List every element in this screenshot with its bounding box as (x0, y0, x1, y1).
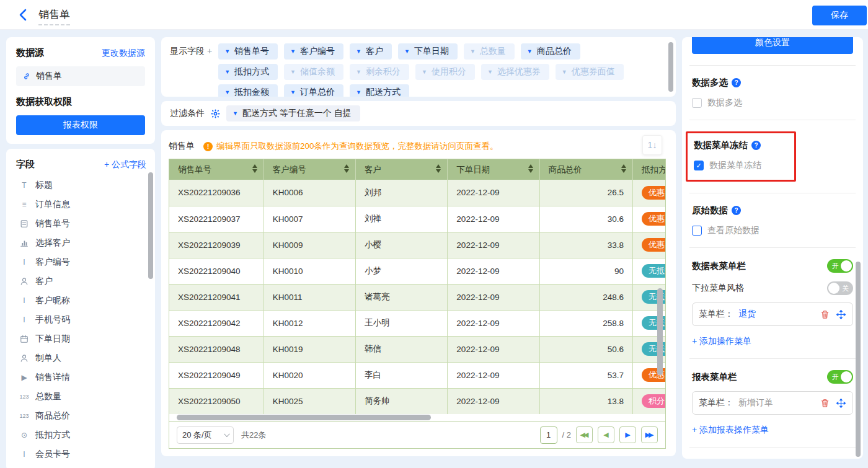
display-field-chip[interactable]: ▼优惠券面值 (556, 64, 624, 80)
page-size-select[interactable]: 20 条/页 (177, 426, 234, 444)
add-formula-field-link[interactable]: + 公式字段 (104, 159, 146, 170)
table-row[interactable]: XS20221209048KH0019韩信2022-12-0950.6无抵扣 (169, 336, 665, 362)
select-customer-icon (19, 239, 30, 247)
sort-arrows-icon[interactable] (252, 164, 257, 173)
column-header[interactable]: 商品总价 (539, 159, 632, 180)
field-item[interactable]: I客户昵称 (16, 291, 146, 310)
table-row[interactable]: XS20221209036KH0006刘邦2022-12-0926.5优惠券 (169, 180, 665, 206)
move-icon[interactable] (835, 309, 846, 320)
settings-scrollbar[interactable] (856, 262, 861, 457)
table-row[interactable]: XS20221209049KH0020李白2022-12-0953.7优惠券 (169, 362, 665, 388)
checkbox-unchecked[interactable] (692, 226, 702, 236)
checkbox-checked[interactable]: ✓ (694, 161, 704, 170)
change-datasource-link[interactable]: 更改数据源 (102, 48, 145, 59)
pager-first-button[interactable]: ◀◀ (576, 426, 593, 443)
field-item[interactable]: 销售单号 (16, 214, 146, 233)
save-button[interactable]: 保存 (812, 6, 867, 25)
display-field-chip[interactable]: ▼抵扣方式 (218, 64, 278, 80)
field-item[interactable]: I会员卡号 (16, 444, 146, 464)
table-row[interactable]: XS20221209040KH0010小梦2022-12-0990无抵扣 (169, 258, 665, 284)
field-item[interactable]: T标题 (16, 175, 146, 195)
display-field-chip[interactable]: ▼配送方式 (350, 84, 409, 97)
add-report-action-menu-link[interactable]: + 添加报表操作菜单 (692, 425, 769, 436)
datasource-item[interactable]: 销售单 (16, 66, 145, 86)
column-header[interactable]: 下单日期 (448, 159, 539, 180)
field-item[interactable]: 下单日期 (16, 329, 146, 348)
sort-arrows-icon[interactable] (344, 164, 349, 173)
column-header[interactable]: 客户 (356, 159, 448, 180)
order-info-icon: ≡ (19, 200, 30, 209)
delete-icon[interactable] (819, 397, 830, 408)
field-item[interactable]: ⊙抵扣方式 (16, 425, 146, 444)
display-field-chip[interactable]: ▼总数量 (464, 43, 515, 60)
column-header[interactable]: 抵扣方式 (632, 159, 665, 180)
column-header[interactable]: 客户编号 (264, 159, 355, 180)
field-item[interactable]: 制单人 (16, 348, 146, 368)
page-title[interactable]: 销售单 (38, 7, 70, 25)
field-item[interactable]: 123商品总价 (16, 406, 146, 425)
display-field-chip[interactable]: ▼抵扣金额 (218, 84, 278, 97)
filter-condition-chip[interactable]: ▼ 配送方式 等于任意一个 自提 (226, 105, 360, 121)
help-icon[interactable]: ? (732, 78, 741, 87)
move-icon[interactable] (835, 397, 846, 408)
pager-last-button[interactable]: ▶▶ (641, 426, 658, 443)
permission-heading: 数据获取权限 (16, 96, 145, 108)
pager-next-button[interactable]: ▶ (619, 426, 636, 443)
report-menu-toggle[interactable]: 开 (827, 370, 853, 384)
menu-item-value[interactable]: 退货 (738, 309, 756, 320)
display-field-chip[interactable]: ▼剩余积分 (350, 64, 409, 80)
delete-icon[interactable] (819, 309, 830, 320)
sort-order-button[interactable]: 1↓ (642, 135, 662, 155)
field-item[interactable]: ▶销售详情 (16, 368, 146, 387)
table-row[interactable]: XS20221209041KH0011诸葛亮2022-12-09248.6无抵扣 (169, 284, 665, 310)
table-row[interactable]: XS20221209042KH0012王小明2022-12-09258.8无抵扣 (169, 310, 665, 336)
display-field-chip[interactable]: ▼选择优惠券 (481, 64, 549, 80)
table-horizontal-scrollbar[interactable] (177, 415, 431, 420)
dropdown-style-toggle[interactable]: 关 (827, 281, 853, 295)
table-row[interactable]: XS20221209037KH0007刘禅2022-12-0930.6优惠券 (169, 206, 665, 232)
fields-scrollbar[interactable] (148, 172, 153, 279)
table-cell: 刘禅 (356, 206, 448, 232)
display-field-chip[interactable]: ▼客户 (350, 43, 392, 60)
menu-freeze-checkbox-row[interactable]: ✓ 数据菜单冻结 (694, 160, 786, 171)
display-field-chip[interactable]: ▼储值余额 (284, 64, 343, 80)
sort-arrows-icon[interactable] (528, 164, 533, 173)
display-field-chip[interactable]: ▼销售单号 (218, 43, 278, 60)
chevron-down-icon: ▼ (470, 48, 476, 55)
field-item[interactable]: I客户编号 (16, 252, 146, 272)
page-number-input[interactable] (540, 426, 557, 444)
table-vertical-scrollbar[interactable] (657, 288, 663, 375)
field-item[interactable]: ≡订单信息 (16, 195, 146, 214)
table-row[interactable]: XS20221209039KH0009小樱2022-12-0933.8优惠券 (169, 232, 665, 258)
display-field-chip[interactable]: ▼订单总价 (284, 84, 343, 97)
field-item[interactable]: I手机号码 (16, 310, 146, 329)
pager-prev-button[interactable]: ◀ (598, 426, 614, 443)
help-icon[interactable]: ? (751, 141, 761, 150)
add-display-field-button[interactable]: + (207, 46, 212, 56)
field-item[interactable]: 客户 (16, 272, 146, 291)
add-action-menu-link[interactable]: + 添加操作菜单 (692, 336, 751, 347)
multi-select-checkbox-row[interactable]: 数据多选 (692, 97, 853, 108)
gear-icon[interactable] (211, 109, 220, 118)
table-cell: 13.8 (539, 388, 632, 414)
column-header[interactable]: 销售单号 (169, 159, 264, 180)
menu-item-value[interactable]: 新增订单 (738, 397, 773, 408)
display-field-chip[interactable]: ▼使用积分 (415, 64, 475, 80)
sort-arrows-icon[interactable] (436, 164, 441, 173)
report-permission-button[interactable]: 报表权限 (16, 115, 145, 135)
field-item[interactable]: 123总数量 (16, 387, 146, 406)
table-menu-toggle[interactable]: 开 (827, 259, 853, 273)
table-cell: KH0025 (264, 388, 355, 414)
field-item[interactable]: 选择客户 (16, 233, 146, 252)
table-row[interactable]: XS20221209050KH0025简务帅2022-12-0913.8积分 (169, 388, 665, 414)
display-field-chip[interactable]: ▼下单日期 (398, 43, 458, 60)
back-icon[interactable] (16, 7, 31, 22)
help-icon[interactable]: ? (732, 206, 741, 215)
display-fields-scrollbar[interactable] (668, 42, 673, 92)
color-settings-button[interactable]: 颜色设置 (692, 37, 853, 54)
display-field-chip[interactable]: ▼商品总价 (521, 43, 580, 60)
raw-data-checkbox-row[interactable]: 查看原始数据 (692, 225, 853, 236)
checkbox-unchecked[interactable] (692, 98, 702, 108)
display-field-chip[interactable]: ▼客户编号 (284, 43, 343, 60)
sort-arrows-icon[interactable] (621, 164, 626, 173)
